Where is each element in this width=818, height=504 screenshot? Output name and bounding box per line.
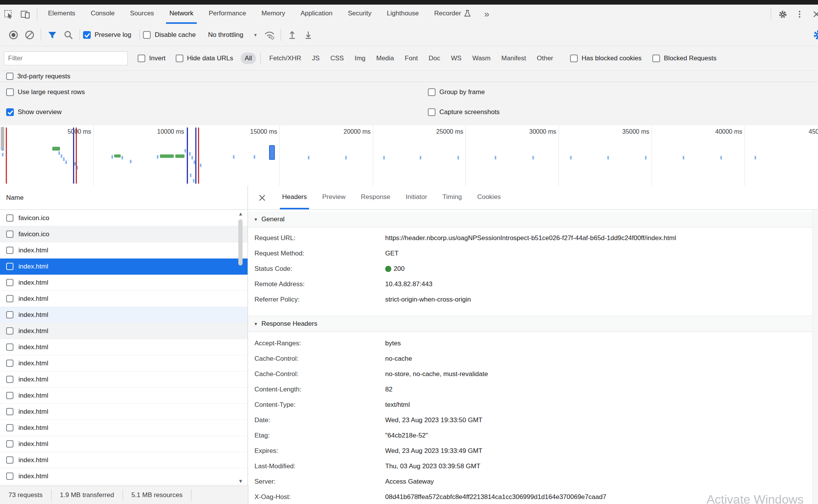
row-checkbox[interactable] bbox=[6, 472, 13, 480]
filter-type-doc[interactable]: Doc bbox=[424, 53, 444, 64]
filter-type-font[interactable]: Font bbox=[401, 53, 422, 64]
table-row[interactable]: index.html bbox=[0, 323, 248, 339]
table-row[interactable]: index.html bbox=[0, 275, 248, 291]
tab-recorder[interactable]: Recorder bbox=[431, 5, 475, 24]
tab-lighthouse[interactable]: Lighthouse bbox=[383, 5, 422, 24]
row-checkbox[interactable] bbox=[6, 376, 13, 383]
tab-network[interactable]: Network bbox=[166, 5, 197, 24]
row-checkbox[interactable] bbox=[6, 295, 13, 302]
row-checkbox[interactable] bbox=[6, 311, 13, 318]
table-row[interactable]: index.html bbox=[0, 259, 248, 275]
table-row[interactable]: index.html bbox=[0, 371, 248, 388]
invert-checkbox[interactable] bbox=[138, 55, 145, 62]
hide-data-urls-checkbox[interactable] bbox=[176, 55, 183, 62]
row-checkbox[interactable] bbox=[6, 440, 13, 448]
row-checkbox[interactable] bbox=[6, 424, 13, 431]
table-row[interactable]: index.html bbox=[0, 420, 248, 436]
table-row[interactable]: favicon.ico bbox=[0, 226, 248, 242]
table-row[interactable]: index.html bbox=[0, 355, 248, 371]
blocked-requests-checkbox[interactable] bbox=[652, 55, 660, 62]
settings-gear-icon[interactable] bbox=[774, 7, 791, 21]
filter-type-wasm[interactable]: Wasm bbox=[468, 53, 495, 64]
close-devtools-icon[interactable] bbox=[808, 7, 818, 21]
filter-type-js[interactable]: JS bbox=[308, 53, 324, 64]
row-checkbox[interactable] bbox=[6, 263, 13, 270]
table-row[interactable]: index.html bbox=[0, 436, 248, 452]
preserve-log-checkbox[interactable] bbox=[83, 31, 91, 39]
kebab-menu-icon[interactable] bbox=[791, 7, 808, 21]
name-column-header[interactable]: Name bbox=[0, 186, 248, 210]
row-checkbox[interactable] bbox=[6, 230, 13, 238]
scroll-down-icon[interactable]: ▼ bbox=[236, 477, 245, 485]
row-checkbox[interactable] bbox=[6, 392, 13, 399]
inspect-element-icon[interactable] bbox=[0, 7, 17, 21]
scrollbar-thumb[interactable] bbox=[238, 219, 243, 265]
search-icon[interactable] bbox=[60, 27, 76, 43]
filter-funnel-icon[interactable] bbox=[44, 27, 60, 43]
details-tab-initiator[interactable]: Initiator bbox=[403, 186, 429, 209]
throttling-select[interactable]: No throttling ▼ bbox=[208, 31, 258, 39]
network-overview-timeline[interactable]: 5000 ms10000 ms15000 ms20000 ms25000 ms3… bbox=[0, 125, 818, 186]
has-blocked-cookies-checkbox[interactable] bbox=[570, 55, 578, 62]
filter-type-ws[interactable]: WS bbox=[447, 53, 466, 64]
third-party-requests-checkbox[interactable] bbox=[6, 73, 13, 80]
tab-console[interactable]: Console bbox=[87, 5, 118, 24]
scroll-up-icon[interactable]: ▲ bbox=[236, 210, 245, 218]
more-tabs-button[interactable]: » bbox=[479, 9, 494, 20]
filter-type-media[interactable]: Media bbox=[372, 53, 398, 64]
filter-type-fetch-xhr[interactable]: Fetch/XHR bbox=[265, 53, 305, 64]
record-network-log-icon[interactable] bbox=[5, 27, 22, 43]
capture-screenshots-checkbox[interactable] bbox=[428, 108, 436, 116]
row-checkbox[interactable] bbox=[6, 456, 13, 464]
filter-type-css[interactable]: CSS bbox=[326, 53, 348, 64]
row-checkbox[interactable] bbox=[6, 343, 13, 351]
table-row[interactable]: index.html bbox=[0, 242, 248, 259]
export-har-icon[interactable] bbox=[300, 27, 316, 43]
row-checkbox[interactable] bbox=[6, 408, 13, 415]
clear-network-log-icon[interactable] bbox=[22, 27, 38, 43]
network-conditions-icon[interactable] bbox=[261, 27, 278, 43]
general-section-header[interactable]: ▼ General bbox=[248, 211, 818, 227]
details-tab-headers[interactable]: Headers bbox=[280, 186, 309, 209]
table-row[interactable]: index.html bbox=[0, 452, 248, 468]
table-row[interactable]: index.html bbox=[0, 404, 248, 420]
device-toolbar-icon[interactable] bbox=[17, 7, 34, 21]
group-by-frame-checkbox[interactable] bbox=[428, 88, 436, 96]
requests-scrollbar[interactable]: ▲ ▼ bbox=[236, 210, 245, 485]
tab-application[interactable]: Application bbox=[297, 5, 336, 24]
tab-memory[interactable]: Memory bbox=[258, 5, 288, 24]
filter-input[interactable] bbox=[4, 51, 128, 65]
table-row[interactable]: favicon.ico bbox=[0, 210, 248, 226]
row-checkbox[interactable] bbox=[6, 214, 13, 222]
response-headers-section-header[interactable]: ▼ Response Headers bbox=[248, 316, 818, 332]
row-checkbox[interactable] bbox=[6, 360, 13, 367]
tab-elements[interactable]: Elements bbox=[45, 5, 79, 24]
close-details-icon[interactable] bbox=[254, 186, 271, 209]
tab-performance[interactable]: Performance bbox=[205, 5, 249, 24]
filter-type-other[interactable]: Other bbox=[533, 53, 558, 64]
tab-sources[interactable]: Sources bbox=[126, 5, 157, 24]
row-checkbox[interactable] bbox=[6, 279, 13, 286]
details-tab-timing[interactable]: Timing bbox=[440, 186, 464, 209]
network-settings-gear-icon[interactable] bbox=[810, 27, 818, 43]
table-row[interactable]: index.html bbox=[0, 468, 248, 484]
details-tab-cookies[interactable]: Cookies bbox=[475, 186, 503, 209]
show-overview-checkbox[interactable] bbox=[6, 108, 14, 116]
details-scrollbar[interactable] bbox=[812, 210, 818, 504]
row-checkbox[interactable] bbox=[6, 247, 13, 254]
filter-type-manifest[interactable]: Manifest bbox=[497, 53, 530, 64]
use-large-request-rows-checkbox[interactable] bbox=[6, 88, 14, 96]
details-tab-preview[interactable]: Preview bbox=[320, 186, 347, 209]
table-row[interactable]: index.html bbox=[0, 388, 248, 404]
details-tab-response[interactable]: Response bbox=[359, 186, 393, 209]
response-header-rows: Accept-Ranges:bytesCache-Control:no-cach… bbox=[248, 336, 818, 504]
filter-type-all[interactable]: All bbox=[241, 53, 256, 64]
table-row[interactable]: index.html bbox=[0, 291, 248, 307]
import-har-icon[interactable] bbox=[284, 27, 300, 43]
table-row[interactable]: index.html bbox=[0, 307, 248, 323]
tab-security[interactable]: Security bbox=[344, 5, 375, 24]
filter-type-img[interactable]: Img bbox=[350, 53, 369, 64]
table-row[interactable]: index.html bbox=[0, 339, 248, 355]
disable-cache-checkbox[interactable] bbox=[143, 31, 151, 39]
row-checkbox[interactable] bbox=[6, 327, 13, 335]
